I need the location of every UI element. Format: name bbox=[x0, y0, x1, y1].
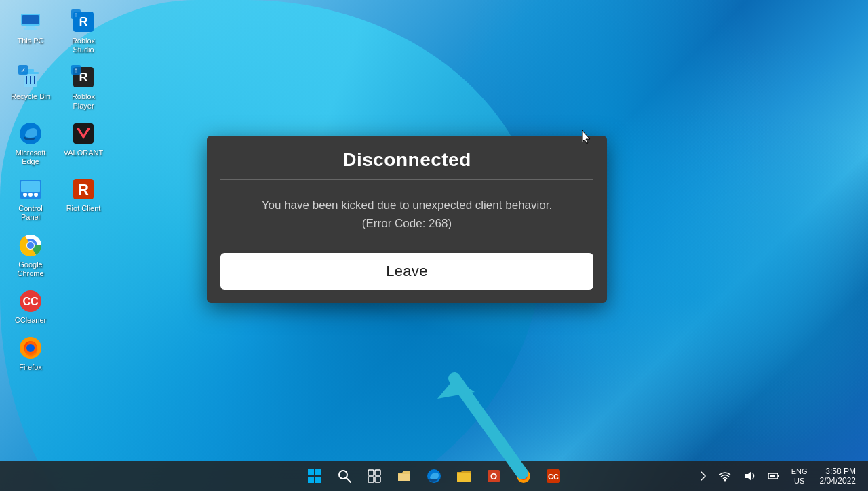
taskbar-folder-button[interactable] bbox=[450, 463, 477, 490]
icon-row-7: Firefox bbox=[7, 333, 107, 374]
taskbar-battery-icon[interactable] bbox=[764, 463, 783, 490]
taskbar-ms365-button[interactable]: O bbox=[480, 463, 507, 490]
edge-desktop-label: Microsoft Edge bbox=[9, 149, 52, 166]
desktop-icon-riot-client[interactable]: R Riot Client bbox=[60, 174, 107, 224]
modal-footer: Leave bbox=[207, 246, 607, 303]
desktop-icon-recycle-bin[interactable]: ✓ Recycle Bin bbox=[7, 62, 54, 113]
svg-point-37 bbox=[26, 344, 35, 352]
taskbar-ccleaner-button[interactable]: CC bbox=[540, 463, 567, 490]
svg-rect-10 bbox=[27, 69, 34, 72]
desktop: This PC R ↑ Roblox Studio bbox=[0, 0, 868, 491]
taskbar-clock[interactable]: 3:58 PM 2/04/2022 bbox=[816, 465, 860, 487]
svg-point-59 bbox=[724, 479, 726, 482]
taskbar-sound-icon[interactable] bbox=[740, 463, 759, 490]
svg-rect-1 bbox=[26, 26, 35, 28]
svg-text:↑: ↑ bbox=[75, 66, 78, 74]
chrome-icon bbox=[18, 233, 43, 258]
svg-point-24 bbox=[23, 193, 27, 197]
ccleaner-label: CCleaner bbox=[15, 316, 46, 325]
desktop-icon-roblox-player[interactable]: R ↑ Roblox Player bbox=[60, 62, 107, 113]
svg-rect-21 bbox=[73, 123, 94, 144]
svg-text:R: R bbox=[78, 181, 89, 198]
taskbar-edge-button[interactable] bbox=[420, 463, 448, 490]
desktop-icon-chrome[interactable]: Google Chrome bbox=[7, 231, 54, 281]
svg-text:O: O bbox=[490, 471, 497, 482]
svg-point-32 bbox=[27, 242, 34, 249]
clock-time: 3:58 PM bbox=[820, 467, 856, 476]
modal-title: Disconnected bbox=[223, 149, 591, 171]
svg-rect-62 bbox=[778, 475, 779, 477]
svg-text:✓: ✓ bbox=[20, 66, 26, 74]
svg-point-26 bbox=[34, 193, 38, 197]
lang-line1: ENG bbox=[791, 467, 808, 476]
valorant-label: VALORANT bbox=[64, 149, 103, 157]
recycle-bin-label: Recycle Bin bbox=[11, 92, 50, 101]
valorant-icon bbox=[71, 121, 96, 146]
roblox-studio-icon: R ↑ bbox=[71, 9, 96, 34]
svg-rect-61 bbox=[770, 475, 775, 477]
taskbar-show-hidden-button[interactable] bbox=[696, 464, 710, 488]
svg-line-44 bbox=[347, 478, 351, 482]
svg-rect-49 bbox=[398, 474, 410, 481]
desktop-icon-valorant[interactable]: VALORANT bbox=[60, 119, 107, 169]
svg-point-25 bbox=[28, 193, 33, 197]
icon-row-4: Control Panel R Riot Client bbox=[7, 174, 107, 224]
firefox-desktop-icon bbox=[18, 336, 43, 360]
svg-text:CC: CC bbox=[548, 473, 559, 481]
desktop-icon-roblox-studio[interactable]: R ↑ Roblox Studio bbox=[60, 7, 107, 57]
svg-point-43 bbox=[339, 471, 347, 479]
firefox-desktop-label: Firefox bbox=[19, 363, 42, 372]
desktop-icon-ccleaner[interactable]: CC CCleaner bbox=[7, 286, 54, 328]
clock-date: 2/04/2022 bbox=[820, 476, 856, 486]
ccleaner-icon: CC bbox=[18, 289, 43, 313]
svg-point-56 bbox=[521, 473, 526, 479]
control-panel-icon bbox=[18, 177, 43, 201]
modal-message-line1: You have been kicked due to unexpected c… bbox=[262, 199, 552, 212]
desktop-icon-this-pc[interactable]: This PC bbox=[7, 7, 54, 57]
this-pc-label: This PC bbox=[17, 37, 43, 45]
svg-rect-51 bbox=[457, 473, 471, 482]
desktop-icon-control-panel[interactable]: Control Panel bbox=[7, 174, 54, 224]
chrome-label: Google Chrome bbox=[9, 260, 52, 278]
svg-rect-42 bbox=[315, 477, 321, 483]
svg-rect-40 bbox=[315, 469, 321, 475]
svg-rect-46 bbox=[375, 470, 380, 475]
svg-rect-39 bbox=[308, 469, 314, 475]
lang-line2: US bbox=[791, 476, 808, 486]
disconnected-modal: Disconnected You have been kicked due to… bbox=[207, 136, 607, 303]
desktop-icons-area: This PC R ↑ Roblox Studio bbox=[7, 7, 107, 374]
icon-row-3: Microsoft Edge VALORANT bbox=[7, 119, 107, 169]
taskbar-start-button[interactable] bbox=[301, 463, 328, 490]
taskbar-file-explorer-button[interactable] bbox=[391, 463, 418, 490]
edge-desktop-icon bbox=[18, 121, 43, 146]
taskbar-network-icon[interactable] bbox=[715, 463, 734, 490]
svg-rect-45 bbox=[368, 470, 374, 475]
taskbar-right: ENG US 3:58 PM 2/04/2022 bbox=[696, 463, 868, 490]
riot-client-label: Riot Client bbox=[66, 204, 101, 213]
recycle-bin-icon: ✓ bbox=[18, 65, 43, 90]
svg-rect-41 bbox=[308, 477, 314, 483]
modal-message: You have been kicked due to unexpected c… bbox=[234, 196, 580, 233]
desktop-icon-firefox[interactable]: Firefox bbox=[7, 333, 54, 374]
icon-row-5: Google Chrome bbox=[7, 231, 107, 281]
modal-body: You have been kicked due to unexpected c… bbox=[207, 180, 607, 246]
svg-rect-47 bbox=[368, 477, 374, 482]
icon-row-1: This PC R ↑ Roblox Studio bbox=[7, 7, 107, 57]
svg-rect-48 bbox=[375, 477, 380, 482]
taskbar-language[interactable]: ENG US bbox=[789, 465, 810, 488]
modal-message-line2: (Error Code: 268) bbox=[362, 217, 452, 230]
desktop-icon-edge[interactable]: Microsoft Edge bbox=[7, 119, 54, 169]
taskbar-center: O CC bbox=[301, 463, 567, 490]
roblox-player-icon: R ↑ bbox=[71, 65, 96, 90]
icon-row-6: CC CCleaner bbox=[7, 286, 107, 328]
taskbar-task-view-button[interactable] bbox=[361, 463, 388, 490]
taskbar-firefox-button[interactable] bbox=[510, 463, 537, 490]
leave-button[interactable]: Leave bbox=[220, 253, 593, 290]
taskbar-search-button[interactable] bbox=[331, 463, 358, 490]
roblox-player-label: Roblox Player bbox=[62, 92, 104, 110]
taskbar: O CC bbox=[0, 461, 868, 491]
svg-rect-23 bbox=[21, 181, 40, 192]
svg-rect-2 bbox=[24, 28, 37, 30]
icon-row-2: ✓ Recycle Bin R ↑ Roblox Player bbox=[7, 62, 107, 113]
modal-header: Disconnected bbox=[207, 136, 607, 179]
